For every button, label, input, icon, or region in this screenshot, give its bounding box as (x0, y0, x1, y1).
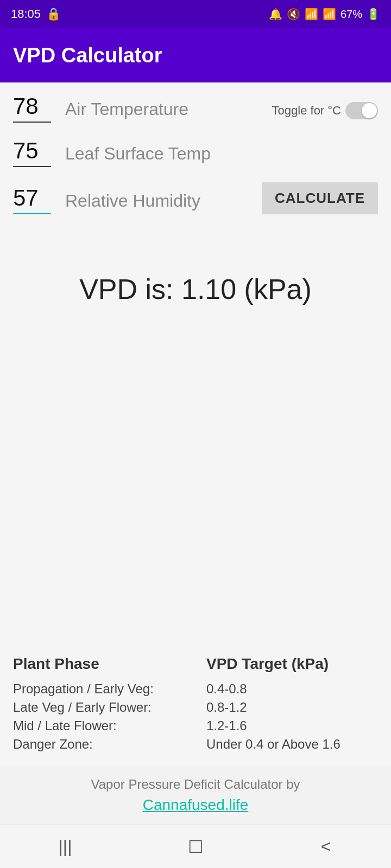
ref-header-row: Plant Phase VPD Target (kPa) (13, 655, 378, 678)
air-temp-label: Air Temperature (65, 99, 272, 123)
ref-phase-0: Propagation / Early Veg: (13, 681, 185, 697)
mute-icon: 🔇 (287, 8, 300, 21)
ref-row-1: Late Veg / Early Flower: 0.8-1.2 (13, 700, 378, 715)
air-temp-row: Air Temperature Toggle for °C (13, 93, 378, 127)
nav-home-icon[interactable]: ☐ (179, 831, 212, 863)
leaf-temp-input-wrap (13, 138, 56, 167)
celsius-toggle[interactable] (345, 102, 378, 119)
status-bar-left: 18:05 🔒 (11, 7, 61, 21)
ref-phase-header: Plant Phase (13, 655, 185, 673)
ref-target-2: 1.2-1.6 (206, 718, 378, 733)
ref-target-1: 0.8-1.2 (206, 700, 378, 715)
ref-phase-3: Danger Zone: (13, 737, 185, 752)
nav-back-icon[interactable]: ||| (49, 831, 81, 863)
status-time: 18:05 (11, 7, 41, 21)
humidity-row: Relative Humidity CALCULATE (13, 182, 378, 219)
air-temp-input[interactable] (13, 93, 51, 123)
lock-icon: 🔒 (46, 7, 61, 21)
air-temp-input-wrap (13, 93, 56, 123)
status-bar: 18:05 🔒 🔔 🔇 📶 📶 67% 🔋 (0, 0, 391, 28)
ref-row-0: Propagation / Early Veg: 0.4-0.8 (13, 681, 378, 697)
battery-text: 67% (340, 8, 362, 21)
calculate-button[interactable]: CALCULATE (262, 182, 378, 214)
ref-row-3: Danger Zone: Under 0.4 or Above 1.6 (13, 737, 378, 752)
ref-target-0: 0.4-0.8 (206, 681, 378, 697)
main-content: Air Temperature Toggle for °C Leaf Surfa… (0, 82, 391, 639)
celsius-toggle-label: Toggle for °C (272, 104, 341, 118)
battery-icon: 🔋 (367, 8, 380, 21)
celsius-toggle-wrapper: Toggle for °C (272, 102, 378, 123)
reference-table: Plant Phase VPD Target (kPa) Propagation… (0, 639, 391, 766)
nav-recent-icon[interactable]: < (310, 831, 342, 863)
leaf-temp-label: Leaf Surface Temp (65, 144, 378, 167)
wifi-icon: 📶 (305, 8, 318, 21)
ref-phase-2: Mid / Late Flower: (13, 718, 185, 733)
vpd-result: VPD is: 1.10 (kPa) (79, 273, 312, 305)
vpd-result-container: VPD is: 1.10 (kPa) (13, 229, 378, 349)
status-bar-right: 🔔 🔇 📶 📶 67% 🔋 (269, 8, 380, 21)
footer-link[interactable]: Cannafused.life (0, 796, 391, 825)
humidity-input[interactable] (13, 185, 51, 214)
nav-bar: ||| ☐ < (0, 825, 391, 868)
signal-icon: 📶 (323, 8, 336, 21)
humidity-label: Relative Humidity (65, 191, 262, 214)
ref-target-3: Under 0.4 or Above 1.6 (206, 737, 378, 752)
app-bar: VPD Calculator (0, 28, 391, 82)
humidity-input-wrap (13, 185, 56, 214)
ref-phase-1: Late Veg / Early Flower: (13, 700, 185, 715)
alarm-icon: 🔔 (269, 8, 282, 21)
ref-target-header: VPD Target (kPa) (206, 655, 378, 673)
app-title: VPD Calculator (13, 44, 162, 67)
leaf-temp-input[interactable] (13, 138, 51, 167)
leaf-temp-row: Leaf Surface Temp (13, 138, 378, 171)
ref-row-2: Mid / Late Flower: 1.2-1.6 (13, 718, 378, 733)
footer-text: Vapor Pressure Deficit Calculator by (0, 766, 391, 796)
